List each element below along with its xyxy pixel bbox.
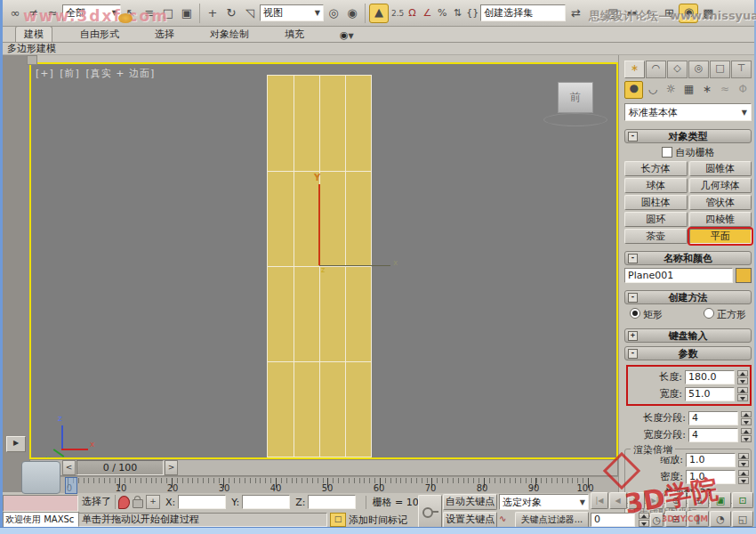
time-configuration-icon[interactable]: ◷ [650,513,664,527]
unlink-selection-icon[interactable]: ≠ [25,4,43,22]
viewport-menu-plus[interactable]: [+] [36,68,54,79]
pyramid-button[interactable]: 四棱锥 [689,212,752,227]
bind-to-spacewarp-icon[interactable]: ≈ [44,4,61,22]
time-slider-handle[interactable]: 0 / 100 [76,460,164,475]
time-slider-prev-button[interactable]: < [62,460,76,475]
object-name-field[interactable]: Plane001 [624,268,733,283]
go-to-end-icon[interactable]: ▶| [646,492,664,509]
tab-display[interactable]: □ [710,61,730,78]
category-systems-icon[interactable]: Φ [735,82,752,98]
length-field[interactable]: 180.0 [685,370,735,384]
rollout-creation-method[interactable]: - 创建方法 [624,290,752,304]
tube-button[interactable]: 管状体 [689,195,752,210]
cone-button[interactable]: 圆锥体 [689,161,752,176]
orbit-icon[interactable]: ◔ [710,511,731,527]
width-field[interactable]: 51.0 [685,387,735,401]
front-viewport[interactable]: [+] [前] [真实 + 边面] Y x z 前 z x y [29,62,618,459]
select-scale-icon[interactable]: ◹ [241,4,259,22]
y-coord-field[interactable] [242,495,290,509]
plane-button[interactable]: 平面 [689,229,752,244]
category-cameras-icon[interactable]: ▦ [680,82,697,98]
viewcube[interactable]: 前 [558,82,593,113]
named-selection-sets-input[interactable]: 创建选择集 [480,4,566,21]
length-segs-spinner[interactable] [741,411,752,425]
reference-coordinate-dropdown[interactable]: 视图 ▼ [260,4,324,21]
open-mini-curve-editor-button[interactable] [21,461,60,494]
track-bar-thumb[interactable] [65,477,77,494]
curve-editor-icon[interactable]: ∿ [641,4,659,22]
set-key-button[interactable]: 设置关键点 [443,512,497,528]
auto-key-button[interactable]: 自动关键点 [443,494,497,510]
maxscript-macro-field[interactable] [3,495,78,512]
notification-balloon-icon[interactable] [118,496,130,509]
add-time-tag-button[interactable]: 添加时间标记 [349,514,407,527]
selection-filter-dropdown[interactable]: 全部 ▼ [62,4,121,21]
z-coord-field[interactable] [308,495,356,509]
show-key-filters-icon[interactable]: ∿ [499,512,513,527]
scale-spinner[interactable] [738,453,749,467]
schematic-view-icon[interactable]: ⊞ [660,4,678,22]
teapot-button[interactable]: 茶壶 [624,229,688,244]
zoom-extents-icon[interactable]: ▣ [710,492,731,508]
select-move-icon[interactable]: + [204,4,221,22]
tab-hierarchy[interactable]: ◇ [667,61,688,78]
select-rotate-icon[interactable]: ↻ [222,4,240,22]
key-filter-dropdown[interactable]: 选定对象 ▼ [499,494,589,510]
percent-snap-icon[interactable]: % [435,4,449,22]
radio-square[interactable]: 正方形 [704,308,746,321]
tab-populate[interactable]: 填充 [277,27,312,42]
tab-modeling[interactable]: 建模 [15,26,52,42]
maximize-viewport-icon[interactable]: ◱ [732,511,753,527]
zoom-extents-all-icon[interactable]: ⊡ [732,492,753,508]
frame-spinner[interactable] [639,513,648,527]
tab-freeform[interactable]: 自由形式 [72,27,127,42]
ribbon-menu-icon[interactable]: ◉▼ [332,28,362,42]
tab-create[interactable]: ∗ [624,61,645,78]
sphere-button[interactable]: 球体 [624,178,688,193]
tab-utilities[interactable]: ⊤ [731,61,752,78]
time-slider-next-button[interactable]: > [165,460,178,475]
radio-rectangle[interactable]: 矩形 [630,308,663,321]
snap-toggle-icon[interactable]: Ω [405,4,419,22]
rollout-object-type[interactable]: - 对象类型 [624,129,752,143]
expand-strip-button[interactable]: ▶ [6,436,26,452]
align-icon[interactable]: ≡ [585,4,603,22]
angle-snap-icon[interactable]: ∠ [420,4,434,22]
zoom-all-icon[interactable]: ⊞ [688,492,709,508]
length-segs-field[interactable]: 4 [688,411,738,425]
tab-modify[interactable]: ◠ [646,61,666,78]
pan-icon[interactable]: ∥ [688,511,709,527]
collapse-icon[interactable]: - [628,293,638,303]
viewport-menu-view[interactable]: [前] [60,68,80,79]
width-segs-spinner[interactable] [741,428,752,442]
category-lights-icon[interactable]: ☼ [663,82,680,98]
geosphere-button[interactable]: 几何球体 [689,178,752,193]
use-pivot-center-icon[interactable]: ◎ [325,4,342,22]
category-spacewarps-icon[interactable]: ≈ [716,82,733,98]
use-selection-center-icon[interactable]: ◉ [343,4,361,22]
spinner-snap-icon[interactable]: ⇅ [450,4,464,22]
rollout-name-color[interactable]: - 名称和颜色 [624,251,752,265]
width-spinner[interactable] [737,387,748,401]
density-spinner[interactable] [738,470,749,484]
category-helpers-icon[interactable]: ∗ [698,82,715,98]
primitive-category-dropdown[interactable]: 标准基本体 ▼ [624,103,752,121]
torus-button[interactable]: 圆环 [624,212,688,227]
key-filters-button[interactable]: 关键点过滤器... [515,512,589,528]
zoom-icon[interactable]: ⊕ [665,492,687,508]
length-spinner[interactable] [737,370,748,384]
rollout-parameters[interactable]: - 参数 [624,346,752,360]
track-bar[interactable]: 0 10 20 30 40 50 60 70 80 90 100 [29,476,618,493]
box-button[interactable]: 长方体 [624,161,688,176]
selection-region-icon[interactable]: □ [159,4,177,22]
select-object-icon[interactable]: ↖ [122,4,140,22]
tab-selection[interactable]: 选择 [147,27,182,42]
tab-motion[interactable]: ◎ [688,61,709,78]
category-shapes-icon[interactable]: ◡ [644,82,661,98]
category-geometry-icon[interactable]: ● [624,81,643,99]
collapse-icon[interactable]: - [628,254,638,263]
zoom-region-icon[interactable]: ⊟ [665,511,687,527]
material-editor-icon[interactable]: ◉ [679,4,698,23]
absolute-offset-icon[interactable]: + [146,495,160,509]
play-icon[interactable]: ▶ [628,492,646,509]
